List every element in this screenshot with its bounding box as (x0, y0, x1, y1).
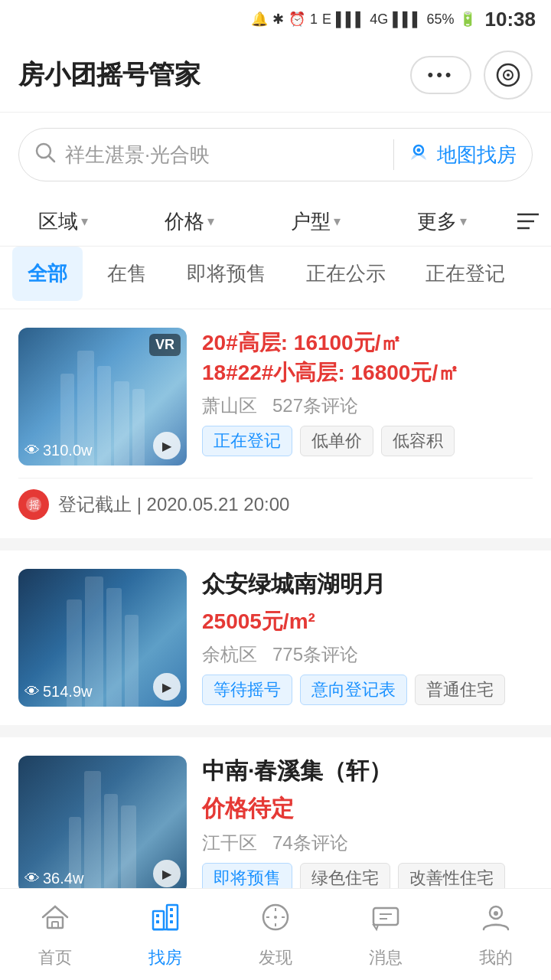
building-icon (148, 900, 182, 942)
svg-point-2 (507, 74, 510, 77)
nav-home[interactable]: 首页 (0, 900, 110, 969)
alarm-icon: ⏰ (289, 11, 305, 28)
wifi-icon: ▌▌▌ (393, 11, 422, 28)
svg-line-4 (49, 156, 54, 162)
filter-price[interactable]: 价格 ▾ (126, 208, 253, 235)
network-icon: E (322, 11, 331, 28)
price-arrow-icon: ▾ (207, 213, 214, 230)
nav-profile[interactable]: 我的 (441, 900, 551, 969)
listing-price: 20#高层: 16100元/㎡18#22#小高层: 16800元/㎡ (202, 328, 533, 387)
view-count: 👁 36.4w (24, 870, 83, 887)
view-count: 👁 514.9w (24, 683, 93, 701)
nav-discover[interactable]: 发现 (220, 900, 331, 969)
svg-rect-18 (156, 914, 159, 917)
nav-find-house-label: 找房 (148, 946, 182, 969)
header-actions: ••• (410, 51, 533, 100)
listing-image: 👁 514.9w ▶ (18, 569, 187, 707)
signal-bars: ▌▌▌ (336, 11, 365, 28)
svg-point-6 (417, 148, 421, 152)
sort-button[interactable] (505, 207, 551, 235)
nav-discover-label: 发现 (259, 946, 292, 969)
svg-point-29 (494, 911, 498, 916)
tag-low-price: 低单价 (300, 426, 373, 456)
map-icon (406, 140, 431, 170)
play-button[interactable]: ▶ (153, 860, 181, 887)
bottom-nav: 首页 找房 (0, 888, 551, 980)
svg-text:摇: 摇 (29, 498, 40, 511)
listing-title: 中南·春溪集（轩） (202, 756, 533, 787)
user-icon (479, 900, 513, 942)
filter-more[interactable]: 更多 ▾ (379, 208, 505, 235)
filter-area[interactable]: 区域 ▾ (0, 208, 126, 235)
map-search-label: 地图找房 (437, 142, 517, 168)
search-icon (34, 142, 56, 168)
tag-registering: 正在登记 (202, 426, 292, 456)
nav-home-label: 首页 (38, 946, 72, 969)
search-container: 祥生湛景·光合映 地图找房 (0, 113, 551, 197)
tabs-container: 全部 在售 即将预售 正在公示 正在登记 (0, 247, 551, 309)
listing-price: 25005元/m² (202, 606, 533, 636)
camera-button[interactable] (484, 51, 533, 100)
svg-rect-25 (373, 908, 398, 925)
listing-title: 众安绿城南湖明月 (202, 569, 533, 600)
tag-residential: 普通住宅 (415, 675, 505, 705)
view-count: 👁 310.0w (24, 442, 93, 459)
play-button[interactable]: ▶ (153, 673, 181, 701)
listing-item[interactable]: VR 👁 310.0w ▶ 20#高层: 16100元/㎡18#22#小高层: … (0, 309, 551, 538)
nav-profile-label: 我的 (479, 946, 513, 969)
listing-tags: 等待摇号 意向登记表 普通住宅 (202, 675, 533, 705)
tag-register: 意向登记表 (300, 675, 407, 705)
nav-message-label: 消息 (369, 946, 403, 969)
more-options-button[interactable]: ••• (410, 56, 471, 94)
search-input[interactable]: 祥生湛景·光合映 (65, 142, 381, 168)
svg-rect-22 (170, 920, 173, 923)
bluetooth-icon: ✱ (272, 11, 284, 28)
tag-lottery: 等待摇号 (202, 675, 292, 705)
play-button[interactable]: ▶ (153, 432, 181, 459)
svg-point-24 (274, 916, 277, 919)
listing-meta: 萧山区 527条评论 (202, 394, 533, 418)
tab-registering[interactable]: 正在登记 (410, 247, 520, 301)
deadline-icon: 摇 (18, 489, 49, 520)
filter-type[interactable]: 户型 ▾ (253, 208, 379, 235)
map-search-button[interactable]: 地图找房 (406, 140, 517, 170)
svg-rect-19 (156, 920, 159, 923)
listing-price-tbd: 价格待定 (202, 793, 533, 825)
more-arrow-icon: ▾ (460, 213, 467, 230)
listing-image: 👁 36.4w ▶ (18, 756, 187, 893)
svg-rect-21 (170, 914, 173, 917)
listing-footer: 摇 登记截止 | 2020.05.21 20:00 (18, 478, 533, 520)
battery-icon: 🔋 (459, 11, 476, 28)
filter-bar: 区域 ▾ 价格 ▾ 户型 ▾ 更多 ▾ (0, 197, 551, 247)
tab-upcoming[interactable]: 即将预售 (171, 247, 282, 301)
listing-image: VR 👁 310.0w ▶ (18, 328, 187, 466)
search-divider (393, 139, 394, 170)
listings: VR 👁 310.0w ▶ 20#高层: 16100元/㎡18#22#小高层: … (0, 309, 551, 966)
tag-low-density: 低容积 (381, 426, 455, 456)
tab-on-sale[interactable]: 在售 (92, 247, 162, 301)
type-arrow-icon: ▾ (334, 213, 341, 230)
time-display: 10:38 (485, 8, 536, 31)
home-icon (38, 900, 72, 942)
app-title: 房小团摇号管家 (18, 57, 201, 93)
area-arrow-icon: ▾ (81, 213, 88, 230)
notification-icon: 🔔 (251, 11, 268, 28)
listing-meta: 江干区 74条评论 (202, 831, 533, 855)
svg-rect-20 (170, 908, 173, 911)
tab-in-announcement[interactable]: 正在公示 (291, 247, 401, 301)
nav-message[interactable]: 消息 (331, 900, 441, 969)
listing-item[interactable]: 👁 514.9w ▶ 众安绿城南湖明月 25005元/m² 余杭区 775条评论… (0, 550, 551, 725)
compass-icon (259, 900, 292, 942)
footer-text: 登记截止 | 2020.05.21 20:00 (58, 492, 289, 517)
4g-label: 4G (370, 11, 388, 28)
listing-tags: 正在登记 低单价 低容积 (202, 426, 533, 456)
message-icon (369, 900, 403, 942)
search-bar[interactable]: 祥生湛景·光合映 地图找房 (18, 128, 533, 181)
vr-badge: VR (149, 334, 181, 356)
status-bar: 🔔 ✱ ⏰ 1 E ▌▌▌ 4G ▌▌▌ 65% 🔋 10:38 (0, 0, 551, 38)
nav-find-house[interactable]: 找房 (110, 900, 220, 969)
notification-badge: 1 (310, 11, 318, 28)
listing-meta: 余杭区 775条评论 (202, 642, 533, 667)
tab-all[interactable]: 全部 (12, 247, 83, 301)
header: 房小团摇号管家 ••• (0, 38, 551, 113)
